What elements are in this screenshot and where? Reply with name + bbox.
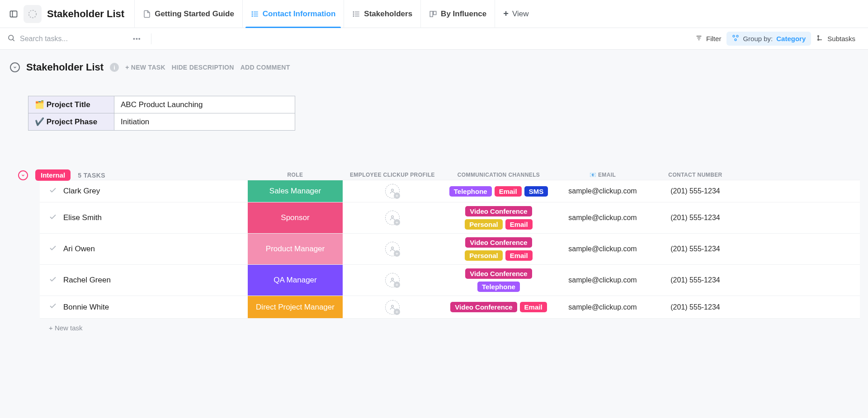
new-task-button[interactable]: + NEW TASK [125,64,165,71]
col-contact[interactable]: CONTACT NUMBER [650,172,741,178]
hide-description-button[interactable]: HIDE DESCRIPTION [172,64,234,71]
profile-cell[interactable] [343,296,442,318]
group-by-button[interactable]: Group by: Category [726,32,811,46]
role-cell[interactable]: QA Manager [248,265,343,296]
subtasks-button[interactable]: Subtasks [811,32,861,46]
contact-cell[interactable]: (201) 555-1234 [650,296,741,318]
add-assignee-button[interactable] [385,300,400,315]
search-input[interactable] [20,35,129,43]
add-comment-button[interactable]: ADD COMMENT [241,64,290,71]
task-name-cell[interactable]: Bonnie White [40,296,248,318]
svg-point-27 [392,189,394,191]
channels-cell[interactable]: TelephoneEmailSMS [442,180,555,202]
check-icon[interactable] [49,244,57,254]
profile-cell[interactable] [343,265,442,296]
email-cell[interactable]: sample@clickup.com [555,296,650,318]
contact-cell[interactable]: (201) 555-1234 [650,265,741,296]
task-name-cell[interactable]: Ari Owen [40,234,248,264]
email-cell[interactable]: sample@clickup.com [555,265,650,296]
table-row[interactable]: Clark GreySales ManagerTelephoneEmailSMS… [40,180,860,202]
svg-point-25 [818,36,819,37]
channels-cell[interactable]: Video ConferenceEmail [442,296,555,318]
svg-point-26 [818,39,819,41]
svg-rect-0 [10,11,17,17]
channel-chip[interactable]: Video Conference [465,237,532,248]
tab-by-influence[interactable]: By Influence [420,0,495,28]
more-menu-button[interactable]: ••• [129,35,145,42]
channel-chip[interactable]: SMS [524,186,548,197]
group-by-label: Group by: [743,35,773,42]
collapse-group-button[interactable] [18,170,28,180]
expand-sidebar-button[interactable] [5,6,22,22]
email-cell[interactable]: sample@clickup.com [555,202,650,233]
task-name-cell[interactable]: Rachel Green [40,265,248,296]
column-headers: ROLE EMPLOYEE CLICKUP PROFILE COMMUNICAT… [40,172,860,178]
channels-cell[interactable]: Video ConferencePersonalEmail [442,234,555,264]
check-icon[interactable] [49,275,57,286]
add-view-button[interactable]: + View [495,0,537,28]
channel-chip[interactable]: Email [495,186,522,197]
table-row[interactable]: Elise SmithSponsorVideo ConferencePerson… [40,202,860,234]
profile-cell[interactable] [343,234,442,264]
add-assignee-button[interactable] [385,273,400,287]
role-cell[interactable]: Sales Manager [248,180,343,202]
channels-cell[interactable]: Video ConferencePersonalEmail [442,202,555,233]
table-row[interactable]: Ari OwenProduct ManagerVideo ConferenceP… [40,234,860,265]
svg-point-28 [392,216,394,218]
tab-label: Getting Started Guide [155,9,234,19]
pin-list-icon [251,10,259,18]
check-icon[interactable] [49,186,57,197]
col-role[interactable]: ROLE [248,172,343,178]
table-row[interactable]: Bonnie WhiteDirect Project ManagerVideo … [40,296,860,319]
meta-value[interactable]: ABC Product Launching [114,96,295,113]
tab-getting-started[interactable]: Getting Started Guide [134,0,242,28]
svg-point-23 [736,35,738,37]
add-view-label: View [512,9,529,19]
tab-contact-information[interactable]: Contact Information [242,0,344,28]
channel-chip[interactable]: Email [505,219,533,230]
col-channels[interactable]: COMMUNICATION CHANNELS [442,172,555,178]
channel-chip[interactable]: Video Conference [450,302,517,312]
table-row[interactable]: Rachel GreenQA ManagerVideo ConferenceTe… [40,265,860,296]
channel-chip[interactable]: Telephone [449,186,492,197]
collapse-list-button[interactable] [10,62,20,72]
contact-cell[interactable]: (201) 555-1234 [650,180,741,202]
check-icon[interactable] [49,213,57,223]
role-cell[interactable]: Sponsor [248,202,343,233]
task-name-cell[interactable]: Elise Smith [40,202,248,233]
profile-cell[interactable] [343,180,442,202]
task-name-cell[interactable]: Clark Grey [40,180,248,202]
col-profile[interactable]: EMPLOYEE CLICKUP PROFILE [343,172,442,178]
add-assignee-button[interactable] [385,242,400,256]
check-icon[interactable] [49,302,57,312]
role-cell[interactable]: Direct Project Manager [248,296,343,318]
profile-cell[interactable] [343,202,442,233]
group-name-pill[interactable]: Internal [35,169,71,181]
col-email[interactable]: 📧 EMAIL [555,172,650,178]
tab-stakeholders[interactable]: Stakeholders [344,0,420,28]
svg-line-18 [13,39,14,41]
contact-cell[interactable]: (201) 555-1234 [650,234,741,264]
contact-cell[interactable]: (201) 555-1234 [650,202,741,233]
info-icon[interactable]: i [110,63,119,72]
add-assignee-button[interactable] [385,211,400,225]
channel-chip[interactable]: Video Conference [465,206,532,216]
channel-chip[interactable]: Personal [465,219,502,230]
channel-chip[interactable]: Email [505,250,533,261]
channel-chip[interactable]: Telephone [477,282,520,292]
channel-chip[interactable]: Personal [465,250,502,261]
channels-cell[interactable]: Video ConferenceTelephone [442,265,555,296]
search-wrap [7,34,129,43]
channel-chip[interactable]: Video Conference [465,268,532,279]
task-count: 5 TASKS [78,172,105,179]
channel-chip[interactable]: Email [520,302,547,312]
role-cell[interactable]: Product Manager [248,234,343,264]
add-assignee-button[interactable] [385,184,400,198]
email-cell[interactable]: sample@clickup.com [555,234,650,264]
task-name: Bonnie White [63,303,109,312]
filter-button[interactable]: Filter [690,32,726,46]
meta-value[interactable]: Initiation [114,113,295,131]
new-task-row[interactable]: + New task [40,319,860,337]
plus-icon: + [503,9,509,19]
email-cell[interactable]: sample@clickup.com [555,180,650,202]
